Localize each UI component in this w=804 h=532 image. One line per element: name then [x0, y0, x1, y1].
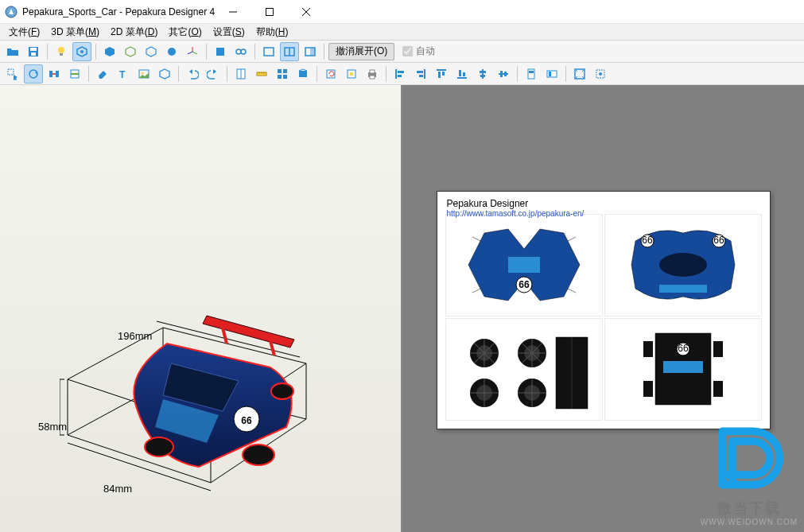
single-pane-icon[interactable]	[259, 42, 278, 61]
separator	[88, 66, 89, 82]
maximize-button[interactable]	[251, 0, 288, 23]
face-icon[interactable]	[211, 42, 230, 61]
redo-icon[interactable]	[204, 64, 223, 83]
zoom-icon[interactable]	[591, 64, 610, 83]
rotate-icon[interactable]	[24, 64, 43, 83]
separator	[227, 66, 227, 82]
menu-settings[interactable]: 设置(S)	[208, 24, 251, 41]
close-button[interactable]	[288, 0, 324, 23]
watermark-url: WWW.WEIDOWN.COM	[701, 518, 798, 526]
box-solid-icon[interactable]	[100, 42, 119, 61]
svg-rect-23	[8, 69, 14, 75]
unfold-part-side[interactable]: 66 66	[604, 214, 762, 316]
svg-rect-41	[278, 75, 282, 79]
rotate-left-icon[interactable]	[321, 64, 340, 83]
watermark: 微当下载 WWW.WEIDOWN.COM	[701, 420, 798, 526]
cut-icon[interactable]	[65, 64, 84, 83]
undo-icon[interactable]	[183, 64, 202, 83]
menu-help[interactable]: 帮助(H)	[251, 24, 294, 41]
unfold-part-chassis[interactable]: 66	[604, 318, 762, 421]
svg-rect-7	[31, 52, 36, 56]
page-landscape-icon[interactable]	[542, 64, 561, 83]
axis-icon[interactable]	[183, 42, 202, 61]
svg-rect-43	[299, 71, 307, 77]
menu-2d[interactable]: 2D 菜单(D)	[105, 24, 163, 41]
svg-rect-61	[463, 72, 465, 76]
align-top-icon[interactable]	[432, 64, 451, 83]
separator	[386, 66, 386, 82]
grid-icon[interactable]	[273, 64, 292, 83]
svg-rect-51	[398, 71, 404, 73]
3d-view-toggle[interactable]	[72, 42, 91, 61]
svg-rect-64	[480, 75, 485, 77]
3d-viewport[interactable]: 66 196mm 58mm 84mm	[0, 85, 402, 532]
align-hcenter-icon[interactable]	[473, 64, 492, 83]
svg-point-24	[29, 70, 37, 78]
paint-icon[interactable]	[342, 64, 361, 83]
auto-checkbox-input[interactable]	[402, 46, 413, 56]
watermark-logo-icon	[711, 420, 787, 496]
menu-file[interactable]: 文件(F)	[3, 24, 45, 41]
page-portrait-icon[interactable]	[522, 64, 541, 83]
flap-icon[interactable]	[293, 64, 313, 83]
box-wire-icon[interactable]	[121, 42, 140, 61]
svg-rect-68	[528, 69, 534, 79]
watermark-text: 微当下载	[701, 499, 798, 518]
split-pane-icon[interactable]	[280, 42, 299, 61]
minimize-button[interactable]	[215, 0, 251, 23]
svg-rect-67	[504, 72, 507, 76]
light-toggle[interactable]	[52, 42, 71, 61]
box-icon[interactable]	[155, 64, 174, 83]
workspace: 66 196mm 58mm 84mm Pepakura Designer htt…	[0, 85, 804, 532]
ruler-icon[interactable]	[252, 64, 271, 83]
menu-other[interactable]: 其它(O)	[163, 24, 207, 41]
window-title: Pepakura_Sports_Car - Pepakura Designer …	[22, 6, 215, 17]
sphere-icon[interactable]	[162, 42, 181, 61]
svg-rect-9	[60, 53, 63, 56]
separator	[95, 44, 96, 60]
align-bottom-icon[interactable]	[452, 64, 472, 83]
join-icon[interactable]	[45, 64, 64, 83]
svg-point-11	[168, 48, 176, 56]
svg-rect-15	[216, 48, 224, 56]
svg-point-32	[142, 72, 144, 74]
separator	[517, 66, 518, 82]
box-line-icon[interactable]	[142, 42, 161, 61]
fit-icon[interactable]	[570, 64, 589, 83]
open-button[interactable]	[3, 42, 22, 61]
unfold-part-wheels[interactable]	[445, 318, 603, 421]
print-icon[interactable]	[363, 64, 382, 83]
svg-point-8	[58, 47, 64, 53]
align-vcenter-icon[interactable]	[494, 64, 513, 83]
dim-depth-label: 196mm	[118, 330, 152, 342]
svg-text:66: 66	[713, 235, 724, 246]
text-icon[interactable]: T	[114, 64, 133, 83]
dim-width-label: 84mm	[103, 483, 132, 495]
svg-point-74	[599, 72, 602, 76]
image-icon[interactable]	[134, 64, 153, 83]
2d-viewport[interactable]: Pepakura Designer http://www.tamasoft.co…	[402, 85, 804, 532]
save-button[interactable]	[24, 42, 43, 61]
menubar: 文件(F) 3D 菜单(M) 2D 菜单(D) 其它(O) 设置(S) 帮助(H…	[0, 24, 804, 41]
svg-rect-128	[643, 381, 653, 397]
erase-icon[interactable]	[93, 64, 112, 83]
align-right-icon[interactable]	[411, 64, 430, 83]
unfold-part-body[interactable]: 66	[445, 214, 603, 316]
svg-line-14	[188, 52, 192, 54]
menu-3d[interactable]: 3D 菜单(M)	[45, 24, 105, 41]
auto-label: 自动	[416, 45, 435, 58]
link-icon[interactable]	[231, 42, 251, 61]
svg-rect-26	[56, 71, 59, 77]
auto-checkbox[interactable]: 自动	[402, 45, 435, 58]
svg-rect-129	[713, 381, 723, 397]
svg-rect-40	[283, 69, 287, 73]
undo-unfold-button[interactable]: 撤消展开(O)	[328, 43, 394, 60]
paper-grid: 66 66 66	[445, 214, 762, 421]
right-pane-icon[interactable]	[301, 42, 320, 61]
page-icon[interactable]	[231, 64, 251, 83]
align-left-icon[interactable]	[390, 64, 410, 83]
select-rect-icon[interactable]	[3, 64, 22, 83]
svg-point-90	[145, 437, 173, 456]
svg-rect-57	[438, 72, 441, 78]
svg-rect-101	[659, 285, 707, 293]
